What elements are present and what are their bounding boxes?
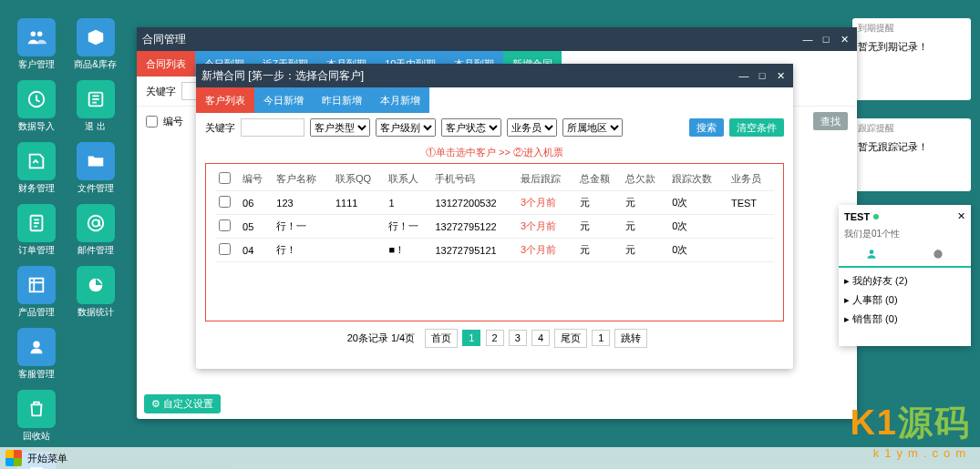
tab-month-new[interactable]: 本月新增 (371, 87, 429, 113)
filter-status[interactable]: 客户状态 (441, 118, 501, 137)
svg-rect-6 (29, 279, 43, 292)
search-btn[interactable]: 搜索 (689, 118, 724, 137)
checkall[interactable] (219, 172, 231, 184)
tab-cust-list[interactable]: 客户列表 (196, 87, 254, 113)
desktop-icon-mail[interactable]: 邮件管理 (70, 204, 120, 257)
filter-region[interactable]: 所属地区 (562, 118, 623, 137)
window-new-contract: 新增合同 [第一步：选择合同客户] — □ ✕ 客户列表 今日新增 昨日新增 本… (196, 64, 793, 369)
chat-tabs (839, 244, 971, 268)
w1-checkall[interactable] (146, 116, 158, 127)
pager-p3[interactable]: 3 (509, 330, 527, 346)
close-icon[interactable]: ✕ (773, 68, 788, 83)
track-reminder-panel: 跟踪提醒 暂无跟踪记录！ (852, 118, 971, 191)
chat-header[interactable]: TEST ✕ (839, 205, 971, 228)
svg-point-5 (88, 216, 103, 231)
svg-point-8 (33, 342, 39, 348)
desktop-icon-service[interactable]: 客服管理 (11, 328, 61, 381)
list-item[interactable]: ▸ 我的好友 (2) (844, 271, 965, 291)
w2-searchrow: 关键字 客户类型 客户级别 客户状态 业务员 所属地区 搜索 清空条件 (196, 113, 793, 142)
svg-point-1 (36, 32, 41, 37)
close-icon[interactable]: ✕ (837, 32, 851, 46)
tab-yest-new[interactable]: 昨日新增 (313, 87, 371, 113)
desktop-icon-trash[interactable]: 回收站 (11, 390, 61, 443)
maximize-icon[interactable]: □ (755, 68, 769, 83)
table-header-row: 编号 客户名称 联系QQ 联系人 手机号码 最后跟踪 总金额 总欠款 跟踪次数 … (215, 168, 774, 191)
filter-type[interactable]: 客户类型 (310, 118, 370, 137)
w1-title: 合同管理 (142, 32, 186, 47)
svg-point-0 (30, 32, 36, 37)
customer-table: 编号 客户名称 联系QQ 联系人 手机号码 最后跟踪 总金额 总欠款 跟踪次数 … (215, 168, 774, 262)
tab-today-new[interactable]: 今日新增 (254, 87, 313, 113)
rp1-body: 暂无到期记录！ (858, 40, 965, 54)
chat-name: TEST (844, 211, 870, 222)
w2-tabs: 客户列表 今日新增 昨日新增 本月新增 (196, 87, 793, 113)
start-label[interactable]: 开始菜单 (27, 452, 67, 465)
rp2-title: 跟踪提醒 (858, 122, 965, 135)
chat-window: TEST ✕ 我们是01个性 ▸ 我的好友 (2) ▸ 人事部 (0) ▸ 销售… (839, 205, 971, 346)
logo-url: k1ym.com (850, 446, 971, 460)
w1-search-label: 关键字 (146, 85, 176, 98)
due-reminder-panel: 到期提醒 暂无到期记录！ (852, 18, 971, 100)
pager-last[interactable]: 尾页 (554, 329, 587, 348)
close-icon[interactable]: ✕ (957, 210, 965, 222)
maximize-icon[interactable]: □ (819, 32, 833, 46)
filter-sales[interactable]: 业务员 (507, 118, 557, 137)
row-check[interactable] (219, 196, 231, 208)
pager-first[interactable]: 首页 (425, 329, 458, 348)
online-dot-icon (873, 214, 879, 219)
minimize-icon[interactable]: — (800, 32, 815, 46)
customer-table-box: 编号 客户名称 联系QQ 联系人 手机号码 最后跟踪 总金额 总欠款 跟踪次数 … (205, 163, 784, 321)
desktop-icon-grid: 客户管理 商品&库存 数据导入 退 出 财务管理 文件管理 订单管理 邮件管理 … (11, 18, 120, 469)
pager-jump[interactable]: 跳转 (614, 329, 647, 348)
table-row[interactable]: 061231111113127200532 3个月前元元0次TEST (215, 191, 774, 215)
rp2-body: 暂无跟踪记录！ (858, 140, 965, 154)
filter-level[interactable]: 客户级别 (376, 118, 436, 137)
svg-point-11 (934, 250, 942, 258)
tab-contract-list[interactable]: 合同列表 (137, 51, 195, 76)
w1-col-no: 编号 (163, 115, 183, 128)
desktop-icon-finance[interactable]: 财务管理 (11, 142, 61, 195)
desktop-icon-import[interactable]: 数据导入 (11, 80, 61, 133)
desktop-icon-product[interactable]: 商品&库存 (70, 18, 120, 71)
w1-titlebar[interactable]: 合同管理 — □ ✕ (137, 27, 857, 51)
list-item[interactable]: ▸ 人事部 (0) (844, 291, 965, 310)
w2-search-label: 关键字 (205, 121, 235, 135)
contacts-tab[interactable] (839, 244, 905, 266)
chat-sub: 我们是01个性 (839, 228, 971, 244)
pager-p2[interactable]: 2 (486, 330, 504, 346)
list-item[interactable]: ▸ 销售部 (0) (844, 310, 965, 329)
row-check[interactable] (219, 243, 231, 255)
custom-settings-btn[interactable]: ⚙ 自定义设置 (144, 394, 221, 413)
pager-p1[interactable]: 1 (462, 330, 480, 346)
step-hint: ①单击选中客户 >> ②进入机票 (196, 142, 793, 163)
watermark-logo: K1源码 k1ym.com (850, 400, 971, 460)
desktop-icon-file[interactable]: 文件管理 (70, 142, 120, 195)
desktop-icon-customer[interactable]: 客户管理 (11, 18, 61, 71)
table-row[interactable]: 04行！■！13272795121 3个月前元元0次 (215, 239, 774, 262)
groups-tab[interactable] (905, 244, 972, 266)
minimize-icon[interactable]: — (737, 68, 751, 83)
table-row[interactable]: 05行！一行！一13272795122 3个月前元元0次 (215, 215, 774, 239)
row-check[interactable] (219, 219, 231, 231)
rp1-title: 到期提醒 (858, 22, 965, 35)
desktop-icon-products[interactable]: 产品管理 (11, 266, 61, 319)
svg-point-10 (870, 250, 874, 254)
pager: 20条记录 1/4页 首页 1 2 3 4 尾页 1 跳转 (196, 321, 793, 355)
w2-search-input[interactable] (241, 118, 304, 137)
contact-list: ▸ 我的好友 (2) ▸ 人事部 (0) ▸ 销售部 (0) (839, 268, 971, 332)
desktop-icon-exit[interactable]: 退 出 (70, 80, 120, 133)
desktop-icon-stats[interactable]: 数据统计 (70, 266, 120, 319)
desktop-icon-order[interactable]: 订单管理 (11, 204, 61, 257)
w1-search-btn[interactable]: 查找 (813, 112, 848, 130)
w2-titlebar[interactable]: 新增合同 [第一步：选择合同客户] — □ ✕ (196, 64, 793, 87)
pager-p4[interactable]: 4 (531, 330, 550, 346)
taskbar[interactable]: 开始菜单 (0, 447, 980, 469)
pager-info: 20条记录 1/4页 (342, 330, 421, 347)
start-icon[interactable] (5, 450, 22, 466)
pager-goto[interactable]: 1 (592, 330, 610, 346)
w2-title: 新增合同 [第一步：选择合同客户] (201, 68, 364, 84)
clear-btn[interactable]: 清空条件 (729, 118, 784, 137)
